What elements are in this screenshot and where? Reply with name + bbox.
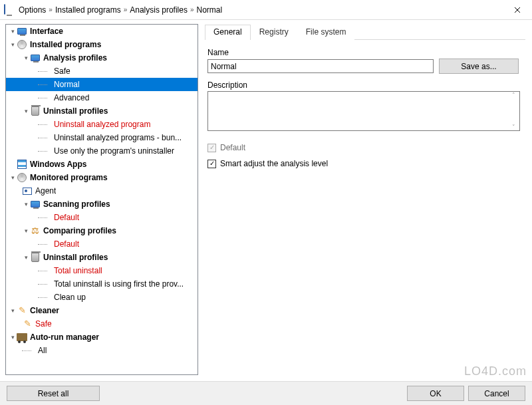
smart-adjust-checkbox[interactable]: ✓ xyxy=(207,160,216,168)
tree-item[interactable]: All xyxy=(6,344,198,357)
expander-icon[interactable]: ▾ xyxy=(22,251,30,264)
tree-item[interactable]: ▾Uninstall profiles xyxy=(6,251,198,264)
breadcrumb-sep: » xyxy=(49,6,53,13)
tree-item[interactable]: Total uninstall is using first the prov.… xyxy=(6,277,198,291)
tree-item-label: Default xyxy=(54,211,79,224)
expander-icon[interactable]: ▾ xyxy=(9,25,17,38)
tabstrip: General Registry File system xyxy=(205,24,525,40)
tree-connector xyxy=(38,131,54,144)
expander-icon[interactable]: ▾ xyxy=(9,171,17,184)
tree-item-label: Safe xyxy=(35,317,52,331)
tree-item[interactable]: ▾Auto-run manager xyxy=(6,331,198,344)
tree-item-label: Default xyxy=(54,237,79,251)
tree-item-label: Monitored programs xyxy=(30,171,108,184)
tree-item-label: Interface xyxy=(30,25,63,38)
tree-item[interactable]: Default xyxy=(6,237,198,251)
tree-item[interactable]: ▾Uninstall profiles xyxy=(6,104,198,118)
expander-icon[interactable]: ▾ xyxy=(22,224,30,237)
tree-item[interactable]: Uninstall analyzed program xyxy=(6,118,198,131)
breadcrumb-part: Installed programs xyxy=(55,5,121,15)
tree-item[interactable]: ▾Monitored programs xyxy=(6,171,198,184)
tab-general[interactable]: General xyxy=(205,25,251,40)
scroll-down-icon[interactable]: ˅ xyxy=(508,124,519,130)
expander-icon[interactable]: ▾ xyxy=(9,304,17,317)
tree-item-label: Windows Apps xyxy=(30,158,86,171)
tree-item[interactable]: Default xyxy=(6,211,198,224)
tree-item[interactable]: ▾⚖Comparing profiles xyxy=(6,224,198,237)
tree-item[interactable]: ✎Safe xyxy=(6,317,198,331)
tree-item-label: Use only the program's uninstaller xyxy=(54,144,174,158)
tree-item[interactable]: ▾Installed programs xyxy=(6,38,198,51)
tree-item-label: Auto-run manager xyxy=(30,331,99,344)
tree-item-label: Uninstall profiles xyxy=(43,104,108,118)
tree-connector xyxy=(38,277,54,291)
brush-icon: ✎ xyxy=(22,319,33,329)
grid-icon xyxy=(17,159,27,170)
monitor-icon xyxy=(30,53,41,63)
disk-icon xyxy=(17,172,27,183)
tree-connector xyxy=(38,264,54,277)
close-button[interactable] xyxy=(502,0,532,20)
tree-item[interactable]: Clean up xyxy=(6,291,198,304)
bottom-bar: Reset all OK Cancel xyxy=(0,381,532,405)
tree-item[interactable]: Advanced xyxy=(6,91,198,104)
tab-registry[interactable]: Registry xyxy=(251,25,297,40)
tree-item-label: Agent xyxy=(35,184,56,198)
tree-connector xyxy=(38,65,54,78)
trash-icon xyxy=(30,252,41,263)
expander-icon[interactable]: ▾ xyxy=(9,38,17,51)
app-icon xyxy=(4,5,15,15)
tree-item-label: Total uninstall is using first the prov.… xyxy=(54,277,184,291)
content-panel: General Registry File system Name Save a… xyxy=(201,20,532,378)
tree-item[interactable]: Total uninstall xyxy=(6,264,198,277)
tree-item[interactable]: Uninstall analyzed programs - bun... xyxy=(6,131,198,144)
name-label: Name xyxy=(207,48,229,57)
breadcrumb-part: Options xyxy=(19,5,46,15)
tree-item-label: Uninstall analyzed program xyxy=(54,118,150,131)
tree-item-label: Scanning profiles xyxy=(43,198,110,211)
description-input[interactable] xyxy=(208,92,508,130)
scroll-up-icon[interactable]: ˄ xyxy=(508,92,519,98)
tree-item-label: Clean up xyxy=(54,291,86,304)
tree-connector xyxy=(38,78,54,91)
ok-button[interactable]: OK xyxy=(407,386,464,401)
tab-file-system[interactable]: File system xyxy=(297,25,355,40)
default-checkbox-label: Default xyxy=(220,143,245,152)
brush-icon: ✎ xyxy=(17,305,27,316)
tree-connector xyxy=(38,118,54,131)
tree-item[interactable]: Safe xyxy=(6,65,198,78)
agent-icon xyxy=(22,186,33,196)
expander-icon[interactable]: ▾ xyxy=(22,51,30,65)
expander-icon[interactable]: ▾ xyxy=(22,104,30,118)
description-input-wrapper: ˄ ˅ xyxy=(207,91,520,131)
options-tree[interactable]: ▾Interface▾Installed programs▾Analysis p… xyxy=(5,24,198,375)
tree-item-label: All xyxy=(38,344,47,357)
breadcrumb-sep: » xyxy=(190,6,194,13)
expander-icon[interactable]: ▾ xyxy=(9,331,17,344)
tree-item[interactable]: ▾✎Cleaner xyxy=(6,304,198,317)
tree-connector xyxy=(38,211,54,224)
tree-item-label: Total uninstall xyxy=(54,264,102,277)
tree-item[interactable]: ▾Interface xyxy=(6,25,198,38)
reset-all-button[interactable]: Reset all xyxy=(7,386,100,401)
tree-item[interactable]: Windows Apps xyxy=(6,158,198,171)
tree-item[interactable]: Use only the program's uninstaller xyxy=(6,144,198,158)
tree-item[interactable]: ▾Analysis profiles xyxy=(6,51,198,65)
tree-item[interactable]: Normal xyxy=(6,78,198,91)
tree-item[interactable]: Agent xyxy=(6,184,198,198)
name-input[interactable] xyxy=(207,59,434,73)
scales-icon: ⚖ xyxy=(30,225,41,236)
tree-item-label: Comparing profiles xyxy=(43,224,116,237)
monitor-icon xyxy=(30,199,41,209)
tree-item-label: Analysis profiles xyxy=(43,51,107,65)
tree-item-label: Uninstall profiles xyxy=(43,251,108,264)
cancel-button[interactable]: Cancel xyxy=(468,386,525,401)
trash-icon xyxy=(30,106,41,116)
default-checkbox: ✓ xyxy=(207,144,216,152)
tree-item-label: Normal xyxy=(54,78,80,91)
tree-connector xyxy=(38,91,54,104)
tree-item-label: Safe xyxy=(54,65,70,78)
expander-icon[interactable]: ▾ xyxy=(22,198,30,211)
tree-item[interactable]: ▾Scanning profiles xyxy=(6,198,198,211)
save-as-button[interactable]: Save as... xyxy=(439,59,519,74)
